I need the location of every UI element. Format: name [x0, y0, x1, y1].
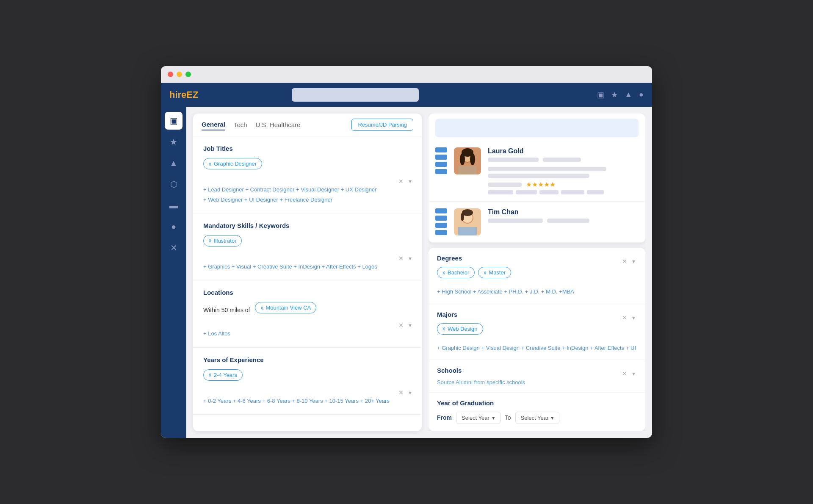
close-icon[interactable]: ✕ [398, 322, 404, 329]
tag-remove-icon[interactable]: x [260, 305, 263, 311]
locations-footer: ✕ ▾ [203, 322, 412, 329]
sidebar-item-favorites[interactable]: ★ [165, 133, 183, 151]
tag-remove-icon[interactable]: x [209, 161, 211, 167]
tag-remove-icon[interactable]: x [209, 372, 211, 378]
tab-tech[interactable]: Tech [234, 119, 247, 130]
suggestion-indesign[interactable]: + InDesign [293, 263, 320, 270]
suggestion-graphic-design[interactable]: + Graphic Design [437, 345, 480, 351]
close-btn[interactable] [168, 72, 173, 77]
suggestion-8-10[interactable]: + 8-10 Years [292, 398, 323, 404]
mountain-view-tag[interactable]: x Mountain View CA [255, 302, 316, 313]
suggestion-creative-suite[interactable]: + Creative Suite [253, 263, 292, 270]
placeholder-line [488, 167, 606, 171]
suggestion-after-effects[interactable]: + After Effects [590, 345, 624, 351]
suggestion-visual-designer[interactable]: + Visual Designer [296, 186, 339, 193]
left-panel: General Tech U.S. Healthcare Resume/JD P… [193, 114, 422, 431]
from-year-select[interactable]: Select Year ▾ [456, 412, 501, 424]
tag-remove-icon[interactable]: x [442, 270, 445, 276]
to-year-select[interactable]: Select Year ▾ [515, 412, 560, 424]
suggestion-associate[interactable]: + Assoiciate [473, 288, 503, 295]
minimize-btn[interactable] [177, 72, 182, 77]
suggestion-visual[interactable]: + Visual [232, 263, 251, 270]
chevron-down-icon[interactable]: ▾ [632, 370, 635, 377]
suggestion-los-altos[interactable]: + Los Altos [203, 330, 230, 337]
suggestion-0-2[interactable]: + 0-2 Years [203, 398, 231, 404]
bell-icon[interactable]: ▲ [625, 90, 632, 100]
graphic-designer-tag[interactable]: x Graphic Designer [203, 158, 262, 169]
close-icon[interactable]: ✕ [398, 255, 404, 262]
tab-general[interactable]: General [202, 119, 225, 130]
chevron-down-icon[interactable]: ▾ [409, 255, 412, 262]
suggestion-10-15[interactable]: + 10-15 Years [324, 398, 359, 404]
main-layout: ▣ ★ ▲ ⬡ ▬ ● ✕ General Tech U.S. Healthca… [161, 107, 652, 438]
close-icon[interactable]: ✕ [622, 314, 627, 321]
chevron-down-icon[interactable]: ▾ [632, 258, 635, 265]
suggestion-6-8[interactable]: + 6-8 Years [263, 398, 290, 404]
header-icons: ▣ ★ ▲ ● [597, 90, 644, 100]
job-titles-section: Job Titles x Graphic Designer ✕ ▾ + Lead… [193, 136, 422, 213]
tag-remove-icon[interactable]: x [442, 326, 445, 332]
illustrator-tag[interactable]: x Illustrator [203, 235, 242, 246]
suggestion-indesign[interactable]: + InDesign [562, 345, 589, 351]
star-icon[interactable]: ★ [611, 90, 618, 100]
pill [539, 190, 559, 194]
suggestion-md[interactable]: + M.D. [541, 288, 558, 295]
schools-heading: Schools [437, 367, 622, 374]
sidebar-item-dashboard[interactable]: ▣ [165, 112, 183, 130]
sidebar-item-rect[interactable]: ▬ [165, 197, 183, 214]
suggestion-logos[interactable]: + Logos [357, 263, 377, 270]
master-tag[interactable]: x Master [478, 267, 511, 278]
suggestion-web-designer[interactable]: + Web Designer [203, 197, 243, 203]
sidebar-item-hexagon[interactable]: ⬡ [165, 175, 183, 193]
titlebar [161, 66, 652, 83]
close-icon[interactable]: ✕ [398, 178, 404, 185]
suggestion-after-effects[interactable]: + After Effects [322, 263, 356, 270]
candidates-search-bar[interactable] [435, 119, 639, 137]
suggestion-lead-designer[interactable]: + Lead Designer [203, 186, 244, 193]
close-icon[interactable]: ✕ [622, 370, 627, 377]
suggestion-20-plus[interactable]: + 20+ Years [360, 398, 390, 404]
suggestion-visual-design[interactable]: + Visual Design [481, 345, 519, 351]
bachelor-tag[interactable]: x Bachelor [437, 267, 475, 278]
suggestion-contract-designer[interactable]: + Contract Designer [245, 186, 294, 193]
sidebar-item-close[interactable]: ✕ [165, 239, 183, 257]
suggestion-ux-designer[interactable]: + UX Designer [341, 186, 377, 193]
locations-section: Locations Within 50 miles of x Mountain … [193, 280, 422, 347]
tab-healthcare[interactable]: U.S. Healthcare [256, 119, 301, 130]
gray-pills [488, 190, 639, 194]
close-icon[interactable]: ✕ [622, 258, 627, 265]
tag-remove-icon[interactable]: x [484, 270, 486, 276]
years-tag[interactable]: x 2-4 Years [203, 369, 243, 381]
suggestion-high-school[interactable]: + High School [437, 288, 471, 295]
maximize-btn[interactable] [185, 72, 191, 77]
tag-remove-icon[interactable]: x [209, 238, 211, 244]
chevron-down-icon[interactable]: ▾ [409, 322, 412, 329]
bar-2 [435, 216, 447, 221]
user-icon[interactable]: ● [639, 90, 644, 100]
web-design-tag[interactable]: x Web Design [437, 323, 483, 335]
suggestion-mba[interactable]: +MBA [559, 288, 574, 295]
suggestion-phd[interactable]: + PH.D. [504, 288, 523, 295]
from-label: From [437, 414, 452, 421]
header-search[interactable] [292, 88, 419, 102]
sidebar-item-triangle[interactable]: ▲ [165, 154, 183, 172]
chevron-down-icon[interactable]: ▾ [409, 178, 412, 185]
bar-3 [435, 162, 447, 167]
chevron-down-icon[interactable]: ▾ [632, 314, 635, 321]
pill [488, 190, 513, 194]
close-icon[interactable]: ✕ [398, 389, 404, 396]
suggestion-creative-suite[interactable]: + Creative Suite [521, 345, 561, 351]
suggestion-jd[interactable]: + J.D. [525, 288, 539, 295]
suggestion-ui[interactable]: + UI [626, 345, 636, 351]
suggestion-graphics[interactable]: + Graphics [203, 263, 230, 270]
chevron-down-icon[interactable]: ▾ [409, 389, 412, 396]
mandatory-skills-section: Mandatory Skills / Keywords x Illustrato… [193, 213, 422, 280]
suggestion-freelance-designer[interactable]: + Freelance Designer [279, 197, 332, 203]
suggestion-4-6[interactable]: + 4-6 Years [233, 398, 261, 404]
sidebar-item-circle[interactable]: ● [165, 218, 183, 235]
grid-icon[interactable]: ▣ [597, 90, 604, 100]
suggestion-ui-designer[interactable]: + UI Designer [244, 197, 278, 203]
mandatory-skills-heading: Mandatory Skills / Keywords [203, 222, 412, 229]
majors-suggestions: + Graphic Design + Visual Design + Creat… [437, 343, 637, 353]
resume-jd-parsing-button[interactable]: Resume/JD Parsing [351, 119, 413, 131]
